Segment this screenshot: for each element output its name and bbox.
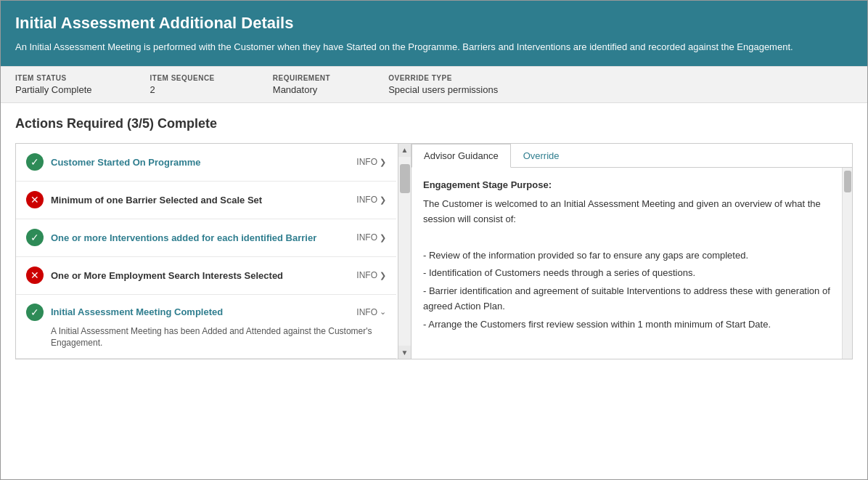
action-item-3: ✓ One or more Interventions added for ea… bbox=[16, 219, 396, 257]
action-item-4: ✕ One or More Employment Search Interest… bbox=[16, 257, 396, 295]
info-link-5[interactable]: INFO ⌄ bbox=[356, 307, 386, 317]
meta-requirement-label: REQUIREMENT bbox=[273, 74, 330, 82]
action-item-5-row: ✓ Initial Assessment Meeting Completed I… bbox=[26, 304, 386, 321]
info-chevron-3: ❯ bbox=[380, 233, 386, 243]
guidance-body: The Customer is welcomed to an Initial A… bbox=[423, 197, 840, 332]
tab-override[interactable]: Override bbox=[511, 144, 572, 168]
meta-bar: ITEM STATUS Partially Complete ITEM SEQU… bbox=[1, 66, 867, 103]
action-item-2: ✕ Minimum of one Barrier Selected and Sc… bbox=[16, 182, 396, 219]
info-chevron-1: ❯ bbox=[380, 158, 386, 167]
status-icon-incomplete-4: ✕ bbox=[26, 267, 44, 284]
guidance-spacer bbox=[423, 230, 840, 245]
action-item-2-row: ✕ Minimum of one Barrier Selected and Sc… bbox=[26, 191, 386, 208]
info-label-5: INFO bbox=[356, 307, 377, 317]
action-text-3[interactable]: One or more Interventions added for each… bbox=[51, 232, 351, 243]
guidance-line-3: - Identification of Customers needs thro… bbox=[423, 266, 840, 281]
action-text-1[interactable]: Customer Started On Programme bbox=[51, 157, 351, 168]
status-icon-complete-1: ✓ bbox=[26, 153, 44, 171]
page-title: Initial Assessment Additional Details bbox=[15, 14, 853, 33]
meta-item-sequence: ITEM SEQUENCE 2 bbox=[150, 74, 215, 95]
action-items-list: ✓ Customer Started On Programme INFO ❯ ✕ bbox=[16, 144, 411, 359]
meta-sequence-label: ITEM SEQUENCE bbox=[150, 74, 215, 82]
info-label-2: INFO bbox=[356, 195, 377, 205]
action-item-1: ✓ Customer Started On Programme INFO ❯ bbox=[16, 144, 396, 182]
info-link-3[interactable]: INFO ❯ bbox=[356, 232, 386, 243]
status-icon-incomplete-2: ✕ bbox=[26, 191, 44, 208]
guidance-scroll-thumb bbox=[844, 171, 851, 192]
header-description: An Initial Assessment Meeting is perform… bbox=[15, 40, 853, 54]
guidance-line-1: The Customer is welcomed to an Initial A… bbox=[423, 197, 840, 227]
meta-requirement-value: Mandatory bbox=[273, 84, 330, 95]
main-window: Initial Assessment Additional Details An… bbox=[0, 0, 868, 480]
meta-item-requirement: REQUIREMENT Mandatory bbox=[273, 74, 330, 95]
meta-sequence-value: 2 bbox=[150, 84, 215, 95]
guidance-title: Engagement Stage Purpose: bbox=[423, 178, 840, 193]
action-item-5: ✓ Initial Assessment Meeting Completed I… bbox=[16, 295, 396, 359]
scroll-thumb bbox=[400, 164, 410, 193]
guidance-line-4: - Barrier identification and agreement o… bbox=[423, 284, 840, 314]
info-label-4: INFO bbox=[356, 270, 377, 280]
meta-override-value: Special users permissions bbox=[388, 84, 498, 95]
scroll-down-button[interactable]: ▼ bbox=[398, 346, 411, 359]
scroll-up-button[interactable]: ▲ bbox=[398, 144, 411, 157]
action-item-3-row: ✓ One or more Interventions added for ea… bbox=[26, 229, 386, 246]
meta-override-label: OVERRIDE TYPE bbox=[388, 74, 498, 82]
meta-status-label: ITEM STATUS bbox=[15, 74, 92, 82]
guidance-scrollbar[interactable] bbox=[842, 168, 852, 359]
main-content: Actions Required (3/5) Complete ▲ ▼ ✓ Cu… bbox=[1, 103, 867, 373]
action-text-5[interactable]: Initial Assessment Meeting Completed bbox=[51, 306, 351, 317]
two-column-layout: ▲ ▼ ✓ Customer Started On Programme INFO… bbox=[15, 143, 853, 360]
info-chevron-4: ❯ bbox=[380, 271, 386, 280]
tab-advisor-guidance[interactable]: Advisor Guidance bbox=[412, 144, 511, 168]
info-link-4[interactable]: INFO ❯ bbox=[356, 270, 386, 280]
scroll-track bbox=[398, 157, 411, 346]
meta-item-override-type: OVERRIDE TYPE Special users permissions bbox=[388, 74, 498, 95]
status-icon-complete-5: ✓ bbox=[26, 304, 44, 321]
meta-status-value: Partially Complete bbox=[15, 84, 92, 95]
info-label-3: INFO bbox=[356, 232, 377, 243]
info-label-1: INFO bbox=[356, 157, 377, 167]
guidance-content: Engagement Stage Purpose: The Customer i… bbox=[412, 168, 852, 359]
actions-title: Actions Required (3/5) Complete bbox=[15, 116, 853, 131]
header-section: Initial Assessment Additional Details An… bbox=[1, 1, 867, 66]
action-text-4: One or More Employment Search Interests … bbox=[51, 270, 351, 281]
action-item-4-row: ✕ One or More Employment Search Interest… bbox=[26, 267, 386, 284]
info-chevron-2: ❯ bbox=[380, 195, 386, 205]
info-link-1[interactable]: INFO ❯ bbox=[356, 157, 386, 167]
left-panel: ▲ ▼ ✓ Customer Started On Programme INFO… bbox=[15, 143, 411, 360]
info-link-2[interactable]: INFO ❯ bbox=[356, 195, 386, 205]
action-item-1-row: ✓ Customer Started On Programme INFO ❯ bbox=[26, 153, 386, 171]
tab-bar: Advisor Guidance Override bbox=[412, 144, 852, 168]
action-text-2: Minimum of one Barrier Selected and Scal… bbox=[51, 195, 351, 206]
guidance-line-5: - Arrange the Customers first review ses… bbox=[423, 317, 840, 333]
right-panel: Advisor Guidance Override Engagement Sta… bbox=[411, 143, 853, 360]
info-chevron-5: ⌄ bbox=[380, 307, 386, 317]
status-icon-complete-3: ✓ bbox=[26, 229, 44, 246]
action-subtext-5: A Initial Assessment Meeting has been Ad… bbox=[26, 325, 386, 350]
guidance-line-2: - Review of the information provided so … bbox=[423, 248, 840, 264]
meta-item-status: ITEM STATUS Partially Complete bbox=[15, 74, 92, 95]
